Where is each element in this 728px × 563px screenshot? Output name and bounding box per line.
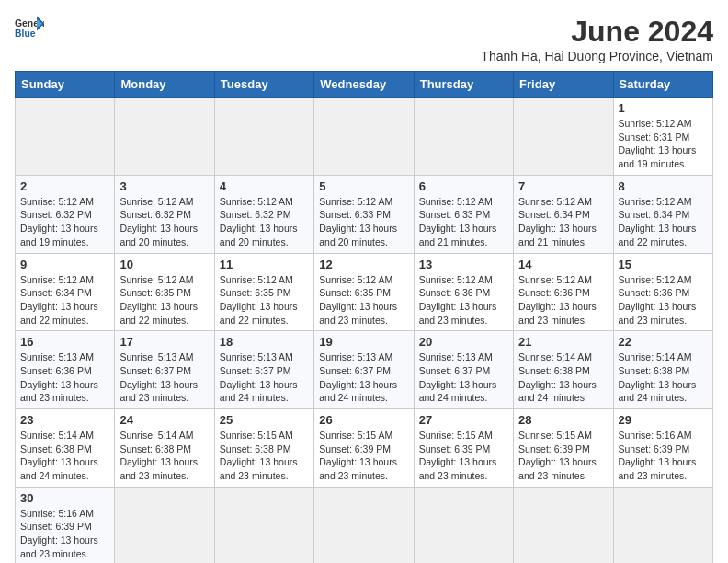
calendar-week-1: 1Sunrise: 5:12 AMSunset: 6:31 PMDaylight… [16,98,713,176]
col-header-tuesday: Tuesday [214,72,313,98]
calendar-cell: 1Sunrise: 5:12 AMSunset: 6:31 PMDaylight… [613,98,712,176]
calendar-cell: 26Sunrise: 5:15 AMSunset: 6:39 PMDayligh… [314,409,414,488]
day-number: 17 [119,335,209,349]
day-info: Sunrise: 5:13 AMSunset: 6:37 PMDaylight:… [119,350,209,405]
day-number: 24 [119,413,209,427]
col-header-monday: Monday [115,72,214,98]
day-number: 12 [319,258,408,271]
calendar-cell [314,487,414,563]
day-info: Sunrise: 5:16 AMSunset: 6:39 PMDaylight:… [619,429,708,483]
calendar-week-5: 23Sunrise: 5:14 AMSunset: 6:38 PMDayligh… [16,409,713,488]
col-header-wednesday: Wednesday [314,72,414,98]
day-number: 7 [518,179,608,193]
day-info: Sunrise: 5:14 AMSunset: 6:38 PMDaylight:… [20,429,109,483]
calendar-cell [16,98,115,176]
calendar-cell [214,487,313,563]
calendar-cell [613,487,712,563]
calendar-cell [314,98,414,176]
calendar-cell: 30Sunrise: 5:16 AMSunset: 6:39 PMDayligh… [16,487,115,563]
calendar-cell: 16Sunrise: 5:13 AMSunset: 6:36 PMDayligh… [16,331,115,409]
day-number: 25 [220,413,309,427]
day-number: 29 [619,413,708,427]
day-number: 9 [20,258,109,271]
calendar-cell [514,487,613,563]
col-header-sunday: Sunday [16,72,115,98]
calendar-cell: 22Sunrise: 5:14 AMSunset: 6:38 PMDayligh… [613,331,712,409]
calendar-cell: 21Sunrise: 5:14 AMSunset: 6:38 PMDayligh… [514,331,613,409]
day-number: 3 [119,179,209,193]
logo-icon: General Blue [15,15,44,40]
day-number: 13 [419,258,508,271]
day-number: 1 [619,101,708,115]
logo: General Blue [15,15,44,40]
day-number: 10 [119,258,209,271]
calendar-cell: 8Sunrise: 5:12 AMSunset: 6:34 PMDaylight… [613,175,712,253]
day-info: Sunrise: 5:12 AMSunset: 6:32 PMDaylight:… [119,195,209,249]
day-info: Sunrise: 5:15 AMSunset: 6:39 PMDaylight:… [518,429,608,483]
calendar-cell [414,98,513,176]
calendar-cell: 23Sunrise: 5:14 AMSunset: 6:38 PMDayligh… [16,409,115,488]
day-info: Sunrise: 5:14 AMSunset: 6:38 PMDaylight:… [518,350,608,405]
day-info: Sunrise: 5:15 AMSunset: 6:39 PMDaylight:… [319,429,408,483]
day-info: Sunrise: 5:12 AMSunset: 6:34 PMDaylight:… [619,195,708,249]
day-info: Sunrise: 5:12 AMSunset: 6:35 PMDaylight:… [319,273,408,327]
day-info: Sunrise: 5:12 AMSunset: 6:36 PMDaylight:… [419,273,508,327]
calendar-cell: 13Sunrise: 5:12 AMSunset: 6:36 PMDayligh… [414,253,513,331]
calendar-cell [514,98,613,176]
day-info: Sunrise: 5:16 AMSunset: 6:39 PMDaylight:… [20,507,109,561]
day-number: 22 [619,335,708,349]
day-info: Sunrise: 5:13 AMSunset: 6:36 PMDaylight:… [20,350,109,405]
calendar-header-row: SundayMondayTuesdayWednesdayThursdayFrid… [16,72,713,98]
calendar-cell: 20Sunrise: 5:13 AMSunset: 6:37 PMDayligh… [414,331,513,409]
day-number: 6 [419,179,508,193]
day-number: 28 [518,413,608,427]
calendar-week-2: 2Sunrise: 5:12 AMSunset: 6:32 PMDaylight… [16,175,713,253]
calendar-cell: 5Sunrise: 5:12 AMSunset: 6:33 PMDaylight… [314,175,414,253]
day-number: 8 [619,179,708,193]
day-info: Sunrise: 5:12 AMSunset: 6:34 PMDaylight:… [20,273,109,327]
day-info: Sunrise: 5:12 AMSunset: 6:36 PMDaylight:… [619,273,708,327]
calendar-cell: 24Sunrise: 5:14 AMSunset: 6:38 PMDayligh… [115,409,214,488]
calendar-cell: 10Sunrise: 5:12 AMSunset: 6:35 PMDayligh… [115,253,214,331]
calendar-cell: 6Sunrise: 5:12 AMSunset: 6:33 PMDaylight… [414,175,513,253]
calendar-cell: 17Sunrise: 5:13 AMSunset: 6:37 PMDayligh… [115,331,214,409]
calendar-cell: 4Sunrise: 5:12 AMSunset: 6:32 PMDaylight… [214,175,313,253]
day-info: Sunrise: 5:12 AMSunset: 6:34 PMDaylight:… [518,195,608,249]
day-info: Sunrise: 5:14 AMSunset: 6:38 PMDaylight:… [119,429,209,483]
day-info: Sunrise: 5:13 AMSunset: 6:37 PMDaylight:… [419,350,508,405]
calendar-cell: 12Sunrise: 5:12 AMSunset: 6:35 PMDayligh… [314,253,414,331]
calendar-week-4: 16Sunrise: 5:13 AMSunset: 6:36 PMDayligh… [16,331,713,409]
day-info: Sunrise: 5:12 AMSunset: 6:33 PMDaylight:… [419,195,508,249]
calendar-cell: 29Sunrise: 5:16 AMSunset: 6:39 PMDayligh… [613,409,712,488]
col-header-thursday: Thursday [414,72,513,98]
calendar-cell: 15Sunrise: 5:12 AMSunset: 6:36 PMDayligh… [613,253,712,331]
day-info: Sunrise: 5:15 AMSunset: 6:38 PMDaylight:… [220,429,309,483]
day-number: 16 [20,335,109,349]
day-number: 19 [319,335,408,349]
calendar-cell: 9Sunrise: 5:12 AMSunset: 6:34 PMDaylight… [16,253,115,331]
svg-text:Blue: Blue [15,29,36,39]
day-info: Sunrise: 5:14 AMSunset: 6:38 PMDaylight:… [619,350,708,405]
calendar-cell: 14Sunrise: 5:12 AMSunset: 6:36 PMDayligh… [514,253,613,331]
title-block: June 2024 Thanh Ha, Hai Duong Province, … [481,15,713,63]
calendar-cell [115,98,214,176]
day-info: Sunrise: 5:13 AMSunset: 6:37 PMDaylight:… [220,350,309,405]
day-info: Sunrise: 5:12 AMSunset: 6:32 PMDaylight:… [220,195,309,249]
calendar-week-3: 9Sunrise: 5:12 AMSunset: 6:34 PMDaylight… [16,253,713,331]
day-number: 15 [619,258,708,271]
calendar-cell: 11Sunrise: 5:12 AMSunset: 6:35 PMDayligh… [214,253,313,331]
month-year-title: June 2024 [481,15,713,49]
calendar-cell: 28Sunrise: 5:15 AMSunset: 6:39 PMDayligh… [514,409,613,488]
calendar-cell: 3Sunrise: 5:12 AMSunset: 6:32 PMDaylight… [115,175,214,253]
day-info: Sunrise: 5:12 AMSunset: 6:36 PMDaylight:… [518,273,608,327]
col-header-friday: Friday [514,72,613,98]
day-info: Sunrise: 5:12 AMSunset: 6:35 PMDaylight:… [220,273,309,327]
day-number: 11 [220,258,309,271]
day-info: Sunrise: 5:12 AMSunset: 6:32 PMDaylight:… [20,195,109,249]
day-number: 4 [220,179,309,193]
calendar-cell: 19Sunrise: 5:13 AMSunset: 6:37 PMDayligh… [314,331,414,409]
day-number: 26 [319,413,408,427]
calendar-cell: 18Sunrise: 5:13 AMSunset: 6:37 PMDayligh… [214,331,313,409]
calendar-week-6: 30Sunrise: 5:16 AMSunset: 6:39 PMDayligh… [16,487,713,563]
calendar-cell: 27Sunrise: 5:15 AMSunset: 6:39 PMDayligh… [414,409,513,488]
